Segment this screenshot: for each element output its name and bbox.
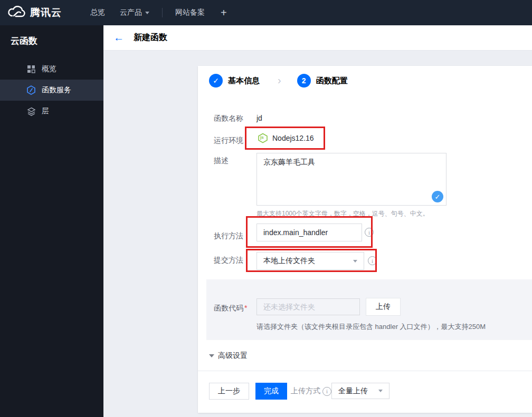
required-star: * bbox=[244, 304, 247, 312]
submit-method-select[interactable]: 本地上传文件夹 bbox=[256, 252, 364, 270]
page-header: ← 新建函数 bbox=[103, 25, 532, 51]
select-caret-icon bbox=[378, 390, 383, 392]
footer-divider bbox=[198, 371, 532, 371]
description-textarea[interactable]: 京东薅羊毛工具 bbox=[256, 153, 446, 206]
function-code-hint: 请选择文件夹（该文件夹根目录应包含 handler 入口文件），最大支持250M bbox=[256, 322, 486, 332]
upload-mode-value: 全量上传 bbox=[338, 386, 368, 396]
sidebar-item-label: 层 bbox=[42, 106, 49, 116]
advanced-settings-label: 高级设置 bbox=[218, 351, 248, 361]
handler-label: 执行方法 bbox=[214, 231, 243, 241]
sidebar-item-overview[interactable]: 概览 bbox=[0, 59, 103, 80]
scf-hexagon-icon bbox=[26, 85, 36, 95]
nav-items: 总览 云产品 网站备案 + bbox=[83, 0, 235, 25]
nav-item-website-icp[interactable]: 网站备案 bbox=[168, 0, 212, 25]
nav-item-overview[interactable]: 总览 bbox=[83, 0, 112, 25]
runtime-label: 运行环境 bbox=[214, 136, 243, 146]
step1-label: 基本信息 bbox=[228, 76, 260, 86]
step2-label: 函数配置 bbox=[316, 76, 348, 86]
description-valid-check-icon: ✓ bbox=[432, 191, 443, 202]
upload-mode-label: 上传方式 bbox=[291, 386, 320, 396]
nav-divider bbox=[162, 8, 163, 17]
step2-number: 2 bbox=[297, 74, 311, 88]
cloud-logo-icon bbox=[7, 5, 25, 21]
grid-icon bbox=[26, 64, 36, 74]
function-code-label: 函数代码* bbox=[214, 304, 247, 313]
advanced-settings-toggle[interactable]: 高级设置 bbox=[209, 351, 248, 361]
nav-item-label: 云产品 bbox=[120, 8, 142, 17]
top-navbar: 腾讯云 总览 云产品 网站备案 + bbox=[0, 0, 532, 25]
add-tab-button[interactable]: + bbox=[212, 7, 235, 19]
handler-input[interactable] bbox=[256, 224, 362, 241]
function-name-label: 函数名称 bbox=[214, 114, 243, 123]
create-function-card: ✓ 基本信息 › 2 函数配置 函数名称 jd 运行环境 js Nodejs12… bbox=[198, 66, 532, 413]
sidebar-item-layers[interactable]: 层 bbox=[0, 101, 103, 122]
sidebar-title: 云函数 bbox=[0, 25, 103, 59]
nav-item-cloud-products[interactable]: 云产品 bbox=[112, 0, 157, 25]
nodejs-js-label: js bbox=[260, 135, 264, 140]
step-indicator: ✓ 基本信息 › 2 函数配置 bbox=[209, 74, 348, 88]
brand-name: 腾讯云 bbox=[30, 6, 62, 20]
submit-method-value: 本地上传文件夹 bbox=[263, 256, 315, 266]
main-area: ← 新建函数 ✓ 基本信息 › 2 函数配置 函数名称 jd 运行环境 js N… bbox=[103, 25, 532, 417]
upload-button[interactable]: 上传 bbox=[366, 298, 401, 316]
sidebar-item-function-service[interactable]: 函数服务 bbox=[0, 80, 103, 101]
finish-button[interactable]: 完成 bbox=[255, 383, 287, 400]
select-caret-icon bbox=[353, 260, 357, 263]
upload-mode-info-icon[interactable]: i bbox=[322, 387, 331, 396]
step-chevron-icon: › bbox=[278, 74, 281, 86]
runtime-text: Nodejs12.16 bbox=[272, 134, 314, 142]
nav-item-label: 总览 bbox=[90, 8, 105, 17]
function-name-value: jd bbox=[256, 114, 262, 122]
description-label: 描述 bbox=[214, 156, 229, 166]
sidebar: 云函数 概览 函数服务 层 bbox=[0, 25, 103, 417]
back-arrow-icon[interactable]: ← bbox=[113, 32, 124, 44]
upload-mode: 上传方式 i bbox=[291, 386, 331, 396]
page-title: 新建函数 bbox=[134, 32, 167, 43]
runtime-value: js Nodejs12.16 bbox=[258, 133, 314, 143]
description-hint: 最大支持1000个英文字母，数字，空格，逗号、句号、中文。 bbox=[256, 209, 429, 218]
nodejs-icon: js bbox=[258, 133, 268, 143]
sidebar-item-label: 概览 bbox=[42, 64, 56, 74]
handler-info-icon[interactable]: i bbox=[365, 228, 374, 237]
submit-method-info-icon[interactable]: i bbox=[368, 256, 377, 265]
sidebar-item-label: 函数服务 bbox=[42, 85, 71, 95]
step1-check-icon: ✓ bbox=[209, 74, 223, 88]
function-code-label-text: 函数代码 bbox=[214, 304, 243, 312]
submit-method-label: 提交方法 bbox=[214, 256, 243, 265]
layers-icon bbox=[26, 106, 36, 116]
upload-mode-select[interactable]: 全量上传 bbox=[331, 383, 390, 399]
triangle-down-icon bbox=[209, 354, 214, 357]
nav-item-label: 网站备案 bbox=[175, 8, 205, 17]
tencent-cloud-logo[interactable]: 腾讯云 bbox=[0, 5, 69, 21]
folder-path-input[interactable] bbox=[256, 298, 360, 315]
chevron-down-icon bbox=[145, 12, 149, 14]
previous-step-button[interactable]: 上一步 bbox=[209, 383, 249, 400]
